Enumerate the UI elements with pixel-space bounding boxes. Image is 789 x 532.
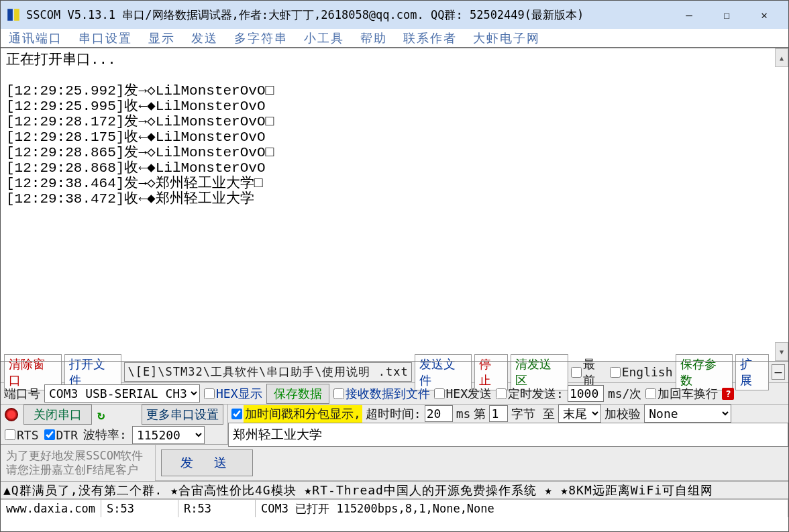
app-icon [6, 7, 21, 22]
maximize-button[interactable]: ☐ [708, 1, 745, 29]
menu-bar: 通讯端口 串口设置 显示 发送 多字符串 小工具 帮助 联系作者 大虾电子网 [1, 29, 788, 48]
byte-to-label: 字节 至 [511, 406, 555, 422]
refresh-icon[interactable]: ↻ [97, 407, 112, 422]
timeout-label: 超时时间: [366, 406, 421, 422]
timed-send-checkbox[interactable]: 定时发送: [496, 386, 564, 402]
file-path-box[interactable]: \[E]\STM32\工具软件\串口助手\使用说明 .txt [124, 362, 411, 382]
crlf-checkbox[interactable]: 加回车换行 [645, 386, 718, 402]
interval-input[interactable] [568, 385, 604, 402]
ads-bar[interactable]: ▲Q群满员了,没有第二个群. ★合宙高性价比4G模块 ★RT-Thread中国人… [1, 481, 788, 499]
ms-per-label: ms/次 [608, 386, 642, 402]
tail-select[interactable]: 末尾 [558, 405, 601, 423]
title-bar: SSCOM V5.13.1 串口/网络数据调试器,作者:大虾丁丁,2618058… [1, 1, 788, 29]
recv-to-file-checkbox[interactable]: 接收数据到文件 [333, 386, 430, 402]
ms-label: ms [456, 407, 471, 421]
timeout-input[interactable] [425, 405, 453, 422]
byte-from-input[interactable] [489, 405, 508, 422]
status-url[interactable]: www.daxia.com [1, 500, 101, 517]
port-label: 端口号 [4, 386, 40, 402]
status-bar: www.daxia.com S:53 R:53 COM3 已打开 115200b… [1, 499, 788, 517]
expand-toggle[interactable]: — [772, 364, 785, 380]
dtr-checkbox[interactable]: DTR [44, 428, 78, 442]
checksum-select[interactable]: None [644, 405, 731, 423]
log-text[interactable]: 正在打开串口... [12:29:25.992]发→◇LilMonsterOvO… [1, 48, 788, 211]
menu-send[interactable]: 发送 [191, 30, 218, 46]
menu-daxia[interactable]: 大虾电子网 [473, 30, 540, 46]
menu-serial-settings[interactable]: 串口设置 [78, 30, 132, 46]
scroll-down-button[interactable]: ▼ [775, 342, 788, 361]
menu-multistring[interactable]: 多字符串 [234, 30, 288, 46]
menu-contact[interactable]: 联系作者 [403, 30, 457, 46]
toolbar-row-2: 端口号 COM3 USB-SERIAL CH340 HEX显示 保存数据 接收数… [1, 383, 788, 405]
rts-checkbox[interactable]: RTS [5, 428, 39, 442]
output-area: ▲ 正在打开串口... [12:29:25.992]发→◇LilMonsterO… [1, 48, 788, 362]
hint-text: 为了更好地发展SSCOM软件 请您注册嘉立创F结尾客户 [1, 445, 155, 481]
byte-from-label: 第 [474, 406, 486, 422]
port-select[interactable]: COM3 USB-SERIAL CH340 [44, 384, 200, 403]
scroll-up-button[interactable]: ▲ [775, 48, 788, 67]
menu-tools[interactable]: 小工具 [304, 30, 344, 46]
english-checkbox[interactable]: English [610, 365, 673, 379]
help-icon[interactable]: ? [722, 388, 734, 400]
more-settings-button[interactable]: 更多串口设置 [142, 405, 223, 425]
checksum-label: 加校验 [604, 406, 641, 422]
svg-rect-1 [14, 9, 19, 21]
baud-select[interactable]: 115200 [132, 426, 205, 444]
close-port-button[interactable]: 关闭串口 [23, 405, 92, 425]
toolbar-row-1: 清除窗口 打开文件 \[E]\STM32\工具软件\串口助手\使用说明 .txt… [1, 362, 788, 383]
svg-rect-0 [7, 9, 13, 21]
minimize-button[interactable]: — [670, 1, 708, 29]
menu-display[interactable]: 显示 [148, 30, 175, 46]
menu-help[interactable]: 帮助 [360, 30, 387, 46]
close-window-button[interactable]: ✕ [745, 1, 783, 29]
record-indicator-icon [5, 408, 18, 421]
baud-label: 波特率: [83, 427, 127, 443]
menu-comm-port[interactable]: 通讯端口 [9, 30, 62, 46]
window-title: SSCOM V5.13.1 串口/网络数据调试器,作者:大虾丁丁,2618058… [26, 7, 584, 23]
save-data-button[interactable]: 保存数据 [266, 384, 329, 404]
status-sent: S:53 [101, 500, 178, 517]
send-text-area[interactable]: 郑州轻工业大学 [228, 423, 788, 447]
hex-show-checkbox[interactable]: HEX显示 [204, 386, 262, 402]
status-recv: R:53 [178, 500, 256, 517]
timestamp-checkbox[interactable]: 加时间戳和分包显示, [231, 405, 362, 423]
status-port: COM3 已打开 115200bps,8,1,None,None [256, 500, 788, 517]
hex-send-checkbox[interactable]: HEX发送 [434, 386, 492, 402]
toolbar-row-3-4: 关闭串口 ↻ 更多串口设置 RTS DTR 波特率: 115200 加时间戳和分… [1, 405, 788, 445]
send-button[interactable]: 发 送 [161, 449, 253, 476]
